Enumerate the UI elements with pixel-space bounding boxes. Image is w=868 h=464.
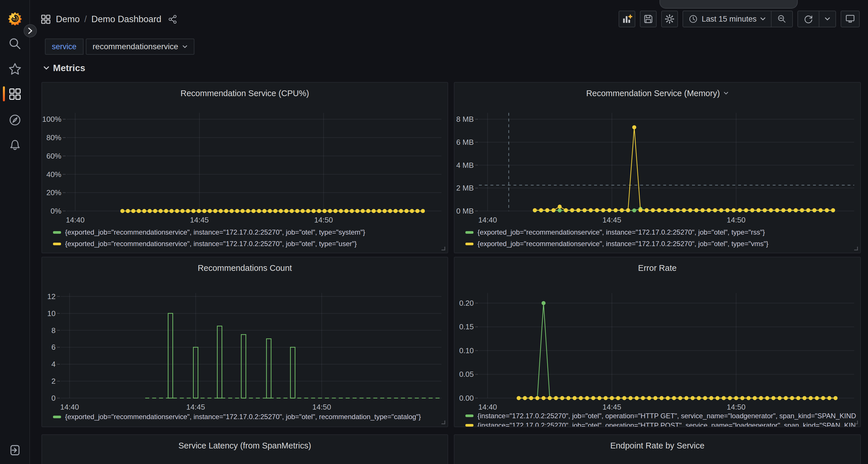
- dashboards-grid-icon: [40, 14, 51, 25]
- time-range-picker[interactable]: Last 15 minutes: [683, 11, 771, 27]
- save-dashboard-button[interactable]: [640, 11, 657, 27]
- grafana-logo[interactable]: [8, 11, 22, 25]
- svg-text:100%: 100%: [42, 115, 62, 124]
- dashboard-settings-button[interactable]: [661, 11, 678, 27]
- breadcrumb: Demo / Demo Dashboard: [40, 12, 178, 27]
- legend-item[interactable]: {exported_job="recommendationservice", i…: [465, 227, 857, 238]
- row-title: Metrics: [53, 63, 85, 73]
- variable-label[interactable]: service: [45, 39, 84, 55]
- svg-text:14:40: 14:40: [478, 403, 497, 410]
- search-icon[interactable]: [8, 37, 22, 51]
- legend-item[interactable]: {exported_job="recommendationservice", i…: [53, 238, 445, 250]
- chevron-down-icon: [182, 45, 187, 48]
- svg-text:14:45: 14:45: [602, 403, 621, 410]
- refresh-interval-dropdown[interactable]: [819, 11, 835, 27]
- svg-text:0: 0: [52, 394, 56, 402]
- svg-text:0.00: 0.00: [459, 394, 474, 402]
- memory-chart[interactable]: 14:4014:4514:500 MB2 MB4 MB6 MB8 MB: [455, 82, 861, 226]
- svg-text:14:40: 14:40: [66, 216, 85, 224]
- breadcrumb-folder[interactable]: Demo: [56, 14, 80, 25]
- legend-item[interactable]: {exported_job="recommendationservice", i…: [53, 227, 445, 238]
- alerting-bell-icon[interactable]: [8, 137, 22, 151]
- kiosk-mode-button[interactable]: [841, 11, 860, 27]
- svg-text:80%: 80%: [46, 133, 61, 142]
- panel-legend: {instance="172.17.0.2:25270", job="otel"…: [465, 411, 857, 427]
- svg-text:20%: 20%: [46, 188, 61, 197]
- chevron-down-icon: [760, 17, 766, 21]
- legend-item[interactable]: {exported_job="recommendationservice", i…: [465, 238, 857, 250]
- svg-text:14:40: 14:40: [478, 216, 497, 224]
- explore-compass-icon[interactable]: [8, 113, 22, 127]
- svg-text:4 MB: 4 MB: [456, 161, 474, 170]
- share-icon[interactable]: [167, 14, 178, 25]
- svg-text:14:50: 14:50: [314, 216, 333, 224]
- chevron-down-icon: [43, 66, 50, 70]
- legend-item[interactable]: {instance="172.17.0.2:25270", job="otel"…: [465, 411, 857, 421]
- svg-text:14:45: 14:45: [186, 403, 205, 410]
- zoom-out-button[interactable]: [771, 11, 792, 27]
- svg-text:12: 12: [47, 292, 56, 301]
- svg-text:14:50: 14:50: [312, 403, 331, 410]
- legend-swatch: [465, 415, 473, 417]
- row-metrics[interactable]: Metrics: [43, 63, 85, 73]
- svg-text:0%: 0%: [51, 207, 61, 215]
- svg-text:0.05: 0.05: [459, 370, 474, 378]
- svg-text:2: 2: [52, 377, 56, 386]
- error-rate-chart[interactable]: 14:4014:4514:500.000.050.100.150.20: [455, 257, 861, 410]
- legend-swatch: [53, 416, 61, 418]
- svg-text:14:50: 14:50: [727, 403, 746, 410]
- star-icon[interactable]: [8, 62, 22, 76]
- panel-resize-handle[interactable]: [441, 421, 445, 424]
- sidebar: [0, 0, 30, 464]
- panel-count: Recommendations Count 14:4014:4514:50024…: [41, 257, 448, 427]
- cpu-chart[interactable]: 14:4014:4514:500%20%40%60%80%100%: [42, 82, 448, 226]
- count-chart[interactable]: 14:4014:4514:50024681012: [42, 257, 448, 410]
- legend-item[interactable]: {instance="172.17.0.2:25270", job="otel"…: [465, 421, 857, 427]
- panel-legend: {exported_job="recommendationservice", i…: [53, 411, 445, 422]
- svg-text:0.15: 0.15: [459, 322, 474, 331]
- svg-text:14:45: 14:45: [602, 216, 621, 224]
- time-picker-group: Last 15 minutes: [683, 11, 793, 27]
- expand-sidebar-button[interactable]: [24, 24, 37, 37]
- clock-icon: [688, 14, 698, 24]
- template-variables: service recommendationservice: [45, 39, 194, 55]
- panel-title[interactable]: Endpoint Rate by Service: [455, 439, 860, 452]
- variable-value-dropdown[interactable]: recommendationservice: [86, 39, 194, 55]
- svg-text:0 MB: 0 MB: [456, 207, 474, 215]
- panel-memory: Recommendation Service (Memory) 14:4014:…: [454, 82, 861, 253]
- refresh-button[interactable]: [798, 11, 819, 27]
- sign-in-icon[interactable]: [8, 443, 22, 457]
- svg-text:8 MB: 8 MB: [456, 115, 474, 124]
- legend-swatch: [53, 231, 61, 234]
- svg-text:40%: 40%: [46, 170, 61, 179]
- breadcrumb-page-title: Demo Dashboard: [91, 14, 161, 25]
- svg-text:2 MB: 2 MB: [456, 184, 474, 192]
- svg-text:6 MB: 6 MB: [456, 138, 474, 146]
- active-nav-indicator: [3, 86, 5, 101]
- svg-text:14:50: 14:50: [727, 216, 746, 224]
- svg-text:0.20: 0.20: [459, 299, 474, 307]
- panel-resize-handle[interactable]: [854, 247, 858, 251]
- panel-legend: {exported_job="recommendationservice", i…: [53, 227, 445, 250]
- panel-resize-handle[interactable]: [441, 247, 445, 251]
- panel-title[interactable]: Service Latency (from SpanMetrics): [42, 439, 447, 452]
- svg-text:4: 4: [52, 360, 56, 368]
- add-panel-button[interactable]: [619, 11, 635, 27]
- svg-text:14:40: 14:40: [60, 403, 79, 410]
- dashboards-icon[interactable]: [8, 87, 22, 101]
- breadcrumb-separator: /: [84, 14, 87, 25]
- legend-swatch: [465, 231, 473, 234]
- legend-swatch: [465, 424, 473, 427]
- svg-text:0.10: 0.10: [459, 346, 474, 355]
- panel-latency: Service Latency (from SpanMetrics): [41, 434, 448, 464]
- legend-swatch: [53, 243, 61, 245]
- toolbar: Last 15 minutes: [619, 11, 860, 27]
- svg-text:8: 8: [52, 326, 56, 335]
- svg-text:14:45: 14:45: [190, 216, 209, 224]
- panel-endpoint-rate: Endpoint Rate by Service: [454, 434, 861, 464]
- svg-text:60%: 60%: [46, 152, 61, 160]
- time-range-label: Last 15 minutes: [702, 15, 756, 24]
- panel-resize-handle[interactable]: [854, 421, 858, 424]
- refresh-group: [798, 11, 836, 27]
- legend-item[interactable]: {exported_job="recommendationservice", i…: [53, 411, 445, 422]
